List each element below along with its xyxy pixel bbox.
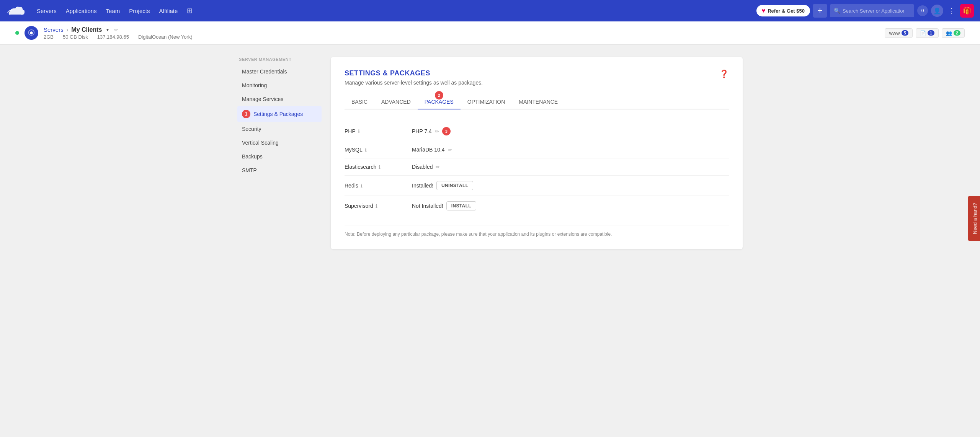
- sidebar-item-master-credentials[interactable]: Master Credentials: [237, 65, 322, 78]
- elasticsearch-value: Disabled: [412, 164, 433, 170]
- sidebar-step-badge: 1: [242, 110, 250, 118]
- server-edit-icon[interactable]: ✏: [114, 27, 118, 33]
- mysql-label: MySQL: [345, 147, 363, 153]
- svg-point-0: [30, 31, 33, 34]
- file-icon: 📄: [920, 30, 926, 36]
- redis-value: Installed!: [412, 183, 433, 189]
- refer-label: Refer & Get $50: [768, 8, 805, 14]
- sidebar-label-security: Security: [242, 126, 261, 132]
- supervisord-install-button[interactable]: INSTALL: [446, 201, 476, 210]
- package-row-mysql: MySQL ℹ MariaDB 10.4 ✏: [345, 141, 729, 158]
- main-layout: Server Management Master Credentials Mon…: [222, 45, 758, 261]
- feedback-tab[interactable]: Need a hand?: [969, 196, 980, 241]
- nav-applications[interactable]: Applications: [66, 8, 97, 14]
- user-icon: 👥: [946, 30, 952, 36]
- server-meta: 2GB 50 GB Disk 137.184.98.65 DigitalOcea…: [44, 34, 193, 40]
- sidebar-label-backups: Backups: [242, 153, 263, 160]
- tab-maintenance[interactable]: MAINTENANCE: [512, 95, 565, 109]
- tab-advanced[interactable]: ADVANCED: [374, 95, 418, 109]
- server-logo: [24, 26, 38, 40]
- breadcrumb-servers-link[interactable]: Servers: [44, 26, 64, 33]
- user-badge[interactable]: 👥 2: [942, 28, 965, 38]
- sidebar-section-title: Server Management: [237, 57, 322, 62]
- package-name-php: PHP ℹ: [345, 128, 406, 134]
- sidebar-item-backups[interactable]: Backups: [237, 150, 322, 163]
- php-info-icon[interactable]: ℹ: [358, 129, 360, 134]
- package-name-redis: Redis ℹ: [345, 183, 406, 189]
- www-badge[interactable]: www 5: [885, 28, 912, 38]
- server-disk: 2GB: [44, 34, 54, 40]
- sidebar-item-monitoring[interactable]: Monitoring: [237, 78, 322, 92]
- server-header: Servers › My Clients ▾ ✏ 2GB 50 GB Disk …: [0, 21, 980, 45]
- search-icon: 🔍: [834, 8, 840, 14]
- package-value-php: PHP 7.4 ✏ 3: [412, 127, 729, 135]
- php-label: PHP: [345, 128, 356, 134]
- panel-title: SETTINGS & PACKAGES: [345, 69, 483, 77]
- www-label: www: [889, 30, 900, 36]
- sidebar-label-monitoring: Monitoring: [242, 82, 267, 88]
- sidebar-label-smtp: SMTP: [242, 167, 257, 173]
- mysql-info-icon[interactable]: ℹ: [365, 147, 367, 153]
- sidebar-item-smtp[interactable]: SMTP: [237, 163, 322, 177]
- sidebar: Server Management Master Credentials Mon…: [237, 57, 322, 249]
- search-input[interactable]: [843, 8, 904, 14]
- sidebar-item-settings-packages[interactable]: 1 Settings & Packages: [237, 106, 322, 122]
- nav-affiliate[interactable]: Affiliate: [159, 8, 178, 14]
- package-name-elasticsearch: Elasticsearch ℹ: [345, 164, 406, 170]
- server-storage: 50 GB Disk: [63, 34, 88, 40]
- nav-projects[interactable]: Projects: [129, 8, 150, 14]
- gift-button[interactable]: 🎁: [960, 4, 974, 18]
- elasticsearch-info-icon[interactable]: ℹ: [379, 164, 381, 170]
- server-provider: DigitalOcean (New York): [138, 34, 193, 40]
- sidebar-item-security[interactable]: Security: [237, 122, 322, 136]
- sidebar-item-manage-services[interactable]: Manage Services: [237, 92, 322, 106]
- nav-servers[interactable]: Servers: [37, 8, 57, 14]
- tabs: BASIC ADVANCED 2 PACKAGES OPTIMIZATION M…: [345, 95, 729, 109]
- add-button[interactable]: +: [813, 4, 827, 18]
- server-status-dot: [15, 31, 19, 35]
- sidebar-item-vertical-scaling[interactable]: Vertical Scaling: [237, 136, 322, 150]
- package-row-elasticsearch: Elasticsearch ℹ Disabled ✏: [345, 158, 729, 176]
- server-ip: 137.184.98.65: [97, 34, 129, 40]
- refer-button[interactable]: ♥ Refer & Get $50: [756, 5, 810, 16]
- supervisord-value: Not Installed!: [412, 203, 443, 209]
- help-icon[interactable]: ❓: [719, 69, 729, 78]
- file-badge[interactable]: 📄 1: [916, 28, 939, 38]
- elasticsearch-edit-icon[interactable]: ✏: [436, 164, 440, 170]
- mysql-value: MariaDB 10.4: [412, 147, 445, 153]
- server-header-right: www 5 📄 1 👥 2: [885, 28, 965, 38]
- package-name-mysql: MySQL ℹ: [345, 147, 406, 153]
- tab-basic[interactable]: BASIC: [345, 95, 374, 109]
- grid-icon[interactable]: ⊞: [187, 7, 193, 15]
- navbar-right: ♥ Refer & Get $50 + 🔍 0 👤 ⋮ 🎁: [756, 4, 974, 18]
- package-value-supervisord: Not Installed! INSTALL: [412, 201, 729, 210]
- more-options-button[interactable]: ⋮: [946, 6, 957, 15]
- heart-icon: ♥: [762, 7, 766, 14]
- navbar: Servers Applications Team Projects Affil…: [0, 0, 980, 21]
- package-row-supervisord: Supervisord ℹ Not Installed! INSTALL: [345, 196, 729, 216]
- breadcrumb: Servers › My Clients ▾ ✏: [44, 26, 193, 33]
- redis-uninstall-button[interactable]: UNINSTALL: [436, 181, 473, 190]
- redis-info-icon[interactable]: ℹ: [361, 183, 363, 189]
- content-panel: SETTINGS & PACKAGES Manage various serve…: [331, 57, 743, 249]
- www-count: 5: [902, 30, 908, 36]
- breadcrumb-arrow: ›: [67, 27, 69, 33]
- tab-optimization[interactable]: OPTIMIZATION: [461, 95, 512, 109]
- tab-packages-step-badge: 2: [435, 91, 443, 99]
- package-row-redis: Redis ℹ Installed! UNINSTALL: [345, 176, 729, 196]
- brand-logo[interactable]: [6, 5, 24, 17]
- tab-packages[interactable]: 2 PACKAGES: [418, 95, 461, 109]
- avatar-button[interactable]: 👤: [931, 5, 943, 17]
- supervisord-info-icon[interactable]: ℹ: [376, 203, 377, 209]
- server-dropdown-icon[interactable]: ▾: [106, 27, 109, 33]
- server-name: My Clients: [71, 26, 102, 33]
- php-edit-icon[interactable]: ✏: [435, 129, 439, 134]
- notification-badge[interactable]: 0: [917, 5, 928, 16]
- sidebar-label-vertical-scaling: Vertical Scaling: [242, 140, 279, 146]
- sidebar-label-master-credentials: Master Credentials: [242, 68, 287, 75]
- mysql-edit-icon[interactable]: ✏: [448, 147, 452, 153]
- nav-team[interactable]: Team: [106, 8, 120, 14]
- search-box: 🔍: [830, 4, 914, 17]
- package-row-php: PHP ℹ PHP 7.4 ✏ 3: [345, 122, 729, 141]
- panel-subtitle: Manage various server-level settings as …: [345, 80, 483, 86]
